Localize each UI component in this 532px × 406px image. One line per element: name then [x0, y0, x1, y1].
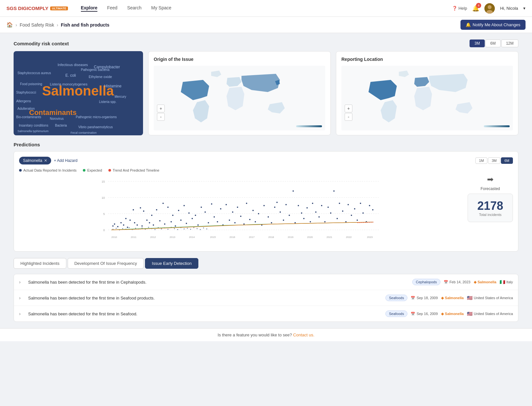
svg-text:2012: 2012 [150, 236, 156, 239]
word-adulteration[interactable]: Adulteration [17, 107, 35, 110]
svg-point-50 [175, 225, 176, 227]
logo: SGS DIGICOMPLY ULTIMATE [6, 6, 68, 11]
word-ecoli[interactable]: E. coli [65, 73, 76, 78]
word-allergens[interactable]: Allergens [16, 99, 31, 103]
user-avatar[interactable] [484, 3, 495, 14]
page-footer: Is there a feature you would like to see… [0, 328, 532, 341]
chart-time-6m[interactable]: 6M [501, 157, 513, 164]
calendar-icon-1: 📅 [444, 280, 448, 284]
svg-text:2011: 2011 [131, 236, 137, 239]
word-biocontaminants[interactable]: Bio-contaminants [16, 115, 41, 119]
word-staphylococci[interactable]: Staphylococci [16, 91, 36, 94]
legend-expected-label: Expected [87, 168, 102, 172]
category-tag-1[interactable]: Cephalopods [412, 279, 440, 285]
word-histamine[interactable]: Histamine [104, 84, 121, 88]
svg-point-103 [333, 190, 335, 192]
svg-point-89 [293, 190, 294, 192]
svg-point-1 [488, 5, 492, 9]
home-icon[interactable]: 🏠 [6, 22, 13, 28]
hazard-sm-3: ◆ Salmonella [441, 312, 464, 316]
logo-sgs: SGS DIGICOMPLY [6, 6, 48, 11]
expand-button-1[interactable]: › [19, 279, 24, 285]
word-fecal[interactable]: Fecal contamination [71, 131, 97, 134]
chart-time-1m[interactable]: 1M [475, 157, 487, 164]
salmonella-hazard-tag[interactable]: Salmonella ✕ [19, 157, 51, 164]
breadcrumb-fish[interactable]: Fish and fish products [61, 22, 109, 28]
word-mercury[interactable]: Mercury [115, 95, 126, 98]
reporting-map-legend [484, 125, 510, 127]
forecasted-arrow-icon: ➡ [487, 175, 493, 184]
reporting-zoom-in[interactable]: + [345, 105, 352, 112]
word-vibrio[interactable]: Vibrio parahaemolyticus [78, 125, 113, 129]
word-staph-aureus[interactable]: Staphylococcus aureus [17, 71, 51, 75]
word-pathogenic-bacteria[interactable]: Pathogenic bacteria [81, 68, 109, 72]
notify-me-button[interactable]: 🔔 Notify Me About Changes [460, 20, 526, 30]
nav-feed[interactable]: Feed [107, 5, 117, 12]
breadcrumb-sep-2: › [57, 22, 58, 28]
breadcrumb-food-safety[interactable]: Food Safety Risk [20, 22, 54, 28]
word-bacteria[interactable]: Bacteria [55, 124, 67, 127]
svg-point-47 [167, 207, 169, 208]
word-listeria-mono[interactable]: Listeria monocytogenes [50, 82, 87, 86]
svg-point-95 [310, 221, 311, 222]
time-12m[interactable]: 12M [501, 39, 518, 47]
svg-point-63 [214, 216, 215, 218]
diamond-icon-3: ◆ [441, 312, 444, 316]
chart-time-3m[interactable]: 3M [488, 157, 500, 164]
word-infectious[interactable]: Infectious diseases [58, 63, 88, 67]
legend-dot-expected [83, 169, 85, 172]
word-salmonella-typh[interactable]: Salmonella typhimurium [17, 130, 49, 133]
flag-icon-2: 🇺🇸 [467, 295, 472, 300]
tab-highlighted-incidents[interactable]: Highlighted Incidents [14, 258, 66, 269]
predictions-header: Salmonella ✕ + Add Hazard 1M 3M 6M [19, 157, 513, 164]
help-button[interactable]: ❓ Help [452, 6, 467, 11]
word-insanitary[interactable]: Insanitary conditions [19, 124, 48, 127]
incident-text-2: Salmonella has been detected for the fir… [28, 296, 382, 300]
time-6m[interactable]: 6M [485, 39, 501, 47]
notifications-button[interactable]: 🔔 6 [472, 5, 479, 12]
reporting-zoom-out[interactable]: - [345, 113, 352, 121]
nav-myspace[interactable]: My Space [151, 5, 171, 12]
svg-point-99 [321, 205, 322, 206]
svg-point-57 [195, 215, 196, 216]
legend-dot-actual [19, 169, 22, 172]
diamond-icon-2: ◆ [441, 296, 444, 300]
user-greeting[interactable]: Hi, Nicola [500, 6, 518, 11]
nav-explore[interactable]: Explore [81, 5, 97, 12]
tab-development[interactable]: Development Of Issue Frequency [68, 258, 144, 269]
tab-early-detection[interactable]: Issue Early Detection [145, 258, 198, 269]
svg-point-32 [129, 220, 131, 221]
svg-point-145 [203, 228, 204, 229]
country-tag-3: 🇺🇸 United States of America [467, 311, 513, 316]
salmonella-tag-remove[interactable]: ✕ [44, 158, 47, 163]
expand-button-3[interactable]: › [19, 311, 24, 316]
hazard-sm-1: ◆ Salmonella [474, 280, 496, 284]
svg-point-113 [362, 212, 364, 214]
word-cloud-card[interactable]: Salmonella Contaminants Infectious disea… [14, 51, 143, 135]
country-value-2: United States of America [474, 296, 513, 300]
svg-point-77 [255, 221, 256, 222]
word-pathogenic-micro[interactable]: Pathogenic micro-organisms [76, 115, 117, 119]
add-hazard-button[interactable]: + Add Hazard [54, 158, 77, 163]
table-row: › Salmonella has been detected for the f… [14, 274, 518, 290]
svg-text:2021: 2021 [327, 236, 332, 239]
svg-point-44 [159, 220, 161, 221]
word-ethylene[interactable]: Ethylene oxide [89, 75, 112, 79]
word-norovirus[interactable]: Norovirus [50, 117, 64, 120]
legend-actual-label: Actual Data Reported In Incidents [23, 168, 76, 172]
word-listeria-spp[interactable]: Listeria spp. [99, 100, 116, 104]
time-3m[interactable]: 3M [470, 39, 485, 47]
svg-point-86 [283, 220, 284, 221]
origin-zoom-out[interactable]: - [157, 113, 165, 121]
nav-search[interactable]: Search [127, 5, 141, 12]
origin-zoom-in[interactable]: + [157, 105, 165, 112]
incident-tags-2: Seafoods 📅 Sep 18, 2009 ◆ Salmonella 🇺🇸 … [385, 295, 513, 301]
expand-button-2[interactable]: › [19, 295, 24, 300]
main-content: Commodity risk context 3M 6M 12M Salmone… [7, 33, 525, 328]
category-tag-2[interactable]: Seafoods [385, 295, 407, 301]
word-food-poisoning[interactable]: Food poisoning [20, 82, 42, 86]
category-tag-3[interactable]: Seafoods [385, 310, 407, 317]
contact-link[interactable]: Contact us. [293, 333, 315, 337]
svg-point-137 [177, 229, 178, 230]
calendar-icon-3: 📅 [411, 312, 415, 316]
